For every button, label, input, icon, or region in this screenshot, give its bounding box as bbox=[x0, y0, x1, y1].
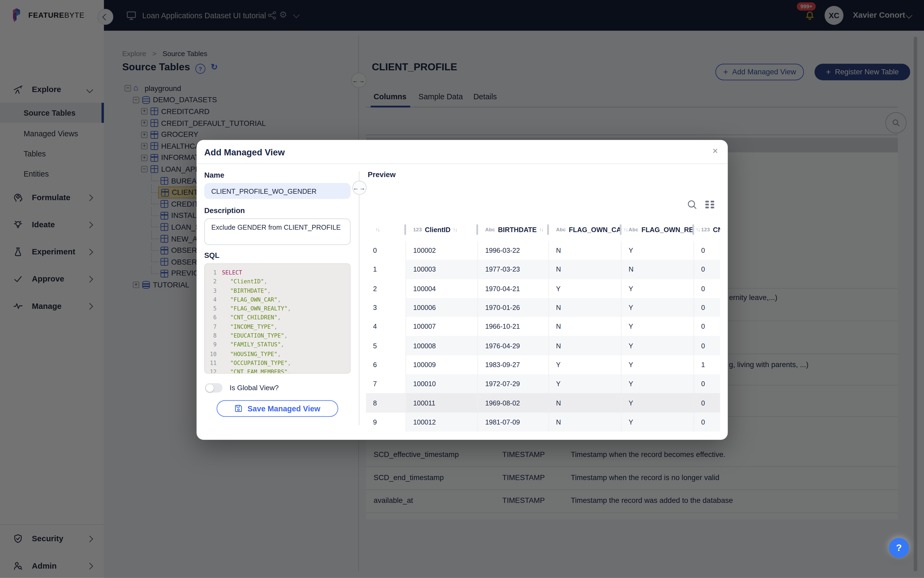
table-row[interactable]: 2 100004 1970-04-21 Y Y 0 bbox=[366, 279, 720, 298]
save-managed-view-button[interactable]: Save Managed View bbox=[217, 400, 338, 417]
sql-line: 8"EDUCATION_TYPE", bbox=[205, 331, 350, 340]
close-icon[interactable]: × bbox=[712, 146, 718, 156]
sql-line: 4"FLAG_OWN_CAR", bbox=[205, 295, 350, 304]
modal-splitter[interactable] bbox=[359, 171, 360, 425]
table-row[interactable]: 7 100010 1972-07-29 Y Y 0 bbox=[366, 374, 720, 393]
table-row[interactable]: 9 100012 1981-07-09 N Y 0 bbox=[366, 412, 720, 432]
preview-table: ↑↓ 123ClientID↑↓ AbcBIRTHDATE↑↓ AbcFLAG_… bbox=[366, 218, 720, 432]
sql-line: 11"OCCUPATION_TYPE", bbox=[205, 358, 350, 367]
text-type-icon: Abc bbox=[485, 227, 495, 233]
header-cell-flag-own-car[interactable]: AbcFLAG_OWN_CA↑↓ bbox=[549, 218, 622, 241]
modal-title: Add Managed View bbox=[204, 147, 285, 157]
sql-line: 1SELECT bbox=[205, 268, 350, 277]
sql-line: 9"FAMILY_STATUS", bbox=[205, 340, 350, 349]
help-button[interactable]: ? bbox=[889, 538, 909, 558]
header-cell-index[interactable]: ↑↓ bbox=[366, 218, 406, 241]
sql-line: 5"FLAG_OWN_REALTY", bbox=[205, 304, 350, 313]
preview-table-body: 0 100002 1996-03-22 N Y 0 1 100003 1977-… bbox=[366, 241, 720, 432]
table-row[interactable]: 5 100008 1976-04-29 N Y 0 bbox=[366, 336, 720, 355]
sql-line: 6"CNT_CHILDREN", bbox=[205, 313, 350, 322]
sql-line: 2"ClientID", bbox=[205, 277, 350, 286]
preview-search-icon[interactable] bbox=[687, 200, 697, 209]
save-floppy-icon bbox=[235, 404, 243, 413]
toggle-knob bbox=[206, 384, 214, 392]
modal-splitter-handle[interactable]: ←→ bbox=[352, 180, 366, 195]
toggle-label: Is Global View? bbox=[230, 384, 279, 392]
numeric-type-icon: 123 bbox=[701, 227, 710, 233]
table-row[interactable]: 4 100007 1966-10-21 N Y 0 bbox=[366, 317, 720, 336]
add-managed-view-modal: Add Managed View × Name CLIENT_PROFILE_W… bbox=[197, 140, 728, 440]
header-cell-flag-own-realty[interactable]: AbcFLAG_OWN_RE↑↓ bbox=[622, 218, 694, 241]
sql-line: 12"CNT_FAM_MEMBERS", bbox=[205, 367, 350, 374]
header-cell-birthdate[interactable]: AbcBIRTHDATE↑↓ bbox=[478, 218, 549, 241]
header-cell-cnt[interactable]: 123CN bbox=[694, 218, 720, 241]
sql-label: SQL bbox=[204, 252, 219, 260]
table-row[interactable]: 8 100011 1969-08-02 N Y 0 bbox=[366, 393, 720, 412]
text-type-icon: Abc bbox=[556, 227, 566, 233]
table-row[interactable]: 0 100002 1996-03-22 N Y 0 bbox=[366, 241, 720, 260]
app-root: Loan Applications Dataset UI tutorial ⚙ … bbox=[0, 0, 924, 578]
sort-icon: ↑↓ bbox=[539, 227, 543, 233]
description-label: Description bbox=[204, 207, 245, 215]
preview-columns-icon[interactable] bbox=[705, 201, 714, 208]
sql-line: 10"HOUSING_TYPE", bbox=[205, 349, 350, 359]
modal-divider bbox=[197, 163, 728, 164]
numeric-type-icon: 123 bbox=[413, 227, 422, 233]
preview-label: Preview bbox=[368, 170, 396, 179]
text-type-icon: Abc bbox=[629, 227, 639, 233]
header-cell-clientid[interactable]: 123ClientID↑↓ bbox=[406, 218, 478, 241]
sql-line: 3"BIRTHDATE", bbox=[205, 286, 350, 295]
name-label: Name bbox=[204, 171, 224, 180]
sql-line: 7"INCOME_TYPE", bbox=[205, 322, 350, 331]
description-input[interactable]: Exclude GENDER from CLIENT_PROFILE bbox=[204, 218, 351, 245]
name-input[interactable]: CLIENT_PROFILE_WO_GENDER bbox=[204, 183, 351, 199]
table-row[interactable]: 1 100003 1977-03-23 N N 0 bbox=[366, 260, 720, 279]
sql-editor[interactable]: 1SELECT 2"ClientID", 3"BIRTHDATE", 4"FLA… bbox=[204, 263, 351, 373]
sort-icon: ↑↓ bbox=[453, 227, 457, 233]
is-global-view-toggle[interactable] bbox=[205, 383, 222, 393]
preview-table-header: ↑↓ 123ClientID↑↓ AbcBIRTHDATE↑↓ AbcFLAG_… bbox=[366, 218, 720, 241]
table-row[interactable]: 6 100009 1983-09-27 Y Y 1 bbox=[366, 355, 720, 374]
table-row[interactable]: 3 100006 1970-01-26 N Y 0 bbox=[366, 298, 720, 317]
